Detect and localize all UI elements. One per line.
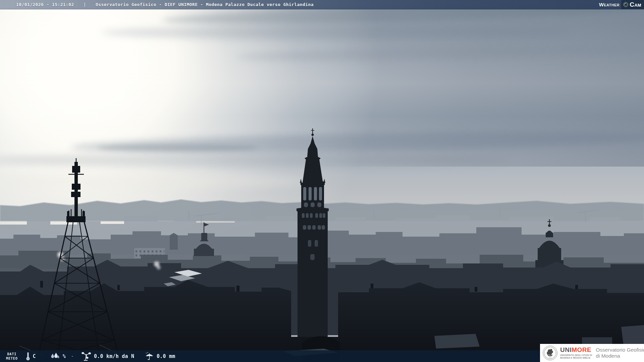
weathercam-word-weather: Weather (599, 2, 620, 7)
rain-field: 0.0 mm (145, 352, 175, 361)
svg-text:1175: 1175 (549, 357, 552, 359)
weathercam-logo: Weather Cam (599, 0, 644, 9)
unimore-wordmark: UNIMORE UNIVERSITÀ DEGLI STUDI DI MODENA… (560, 347, 592, 359)
temperature-field: C (26, 352, 36, 361)
wind-field: 0.0 km/h da N (81, 352, 134, 361)
rain-value: 0.0 mm (157, 353, 175, 359)
separator: | (84, 2, 86, 7)
ghirlandina-tower (295, 128, 330, 356)
anemometer-icon (81, 352, 91, 361)
webcam-frame: 10/01/2026 - 15:21:02 | Osservatorio Geo… (0, 0, 644, 362)
webcam-title: Osservatorio Geofisico - DIEF UNIMORE - … (96, 2, 314, 7)
unimore-word-uni: UNI (560, 346, 572, 353)
university-seal-icon: 1175 (542, 345, 558, 361)
meteo-data-label: DATI METEO (6, 352, 18, 360)
umbrella-icon (145, 352, 154, 361)
mid-campanile (170, 233, 178, 250)
unimore-subtitle-line2: MODENA E REGGIO EMILIA (560, 357, 592, 359)
wind-value: 0.0 km/h da N (94, 353, 134, 359)
timestamp: 10/01/2026 - 15:21:02 (16, 2, 74, 7)
humidity-field: % - (50, 352, 74, 360)
humidity-missing-mark: - (71, 354, 74, 359)
thermometer-icon (26, 352, 30, 361)
unimore-word-more: MORE (572, 346, 591, 353)
weathercam-word-cam: Cam (630, 1, 641, 8)
water-drops-icon (50, 352, 60, 360)
humidity-unit: % (63, 353, 66, 359)
unimore-logo-box: 1175 UNIMORE UNIVERSITÀ DEGLI STUDI DI M… (540, 344, 644, 362)
observatory-name: Osservatorio Geofisico di Modena (596, 347, 644, 359)
weathercam-panel: Cam (621, 0, 644, 9)
temperature-unit: C (33, 353, 36, 359)
city-skyline (0, 0, 644, 362)
top-info-bar: 10/01/2026 - 15:21:02 | Osservatorio Geo… (0, 0, 644, 9)
camera-lens-icon (623, 2, 628, 7)
unimore-subtitle-line1: UNIVERSITÀ DEGLI STUDI DI (560, 354, 592, 357)
